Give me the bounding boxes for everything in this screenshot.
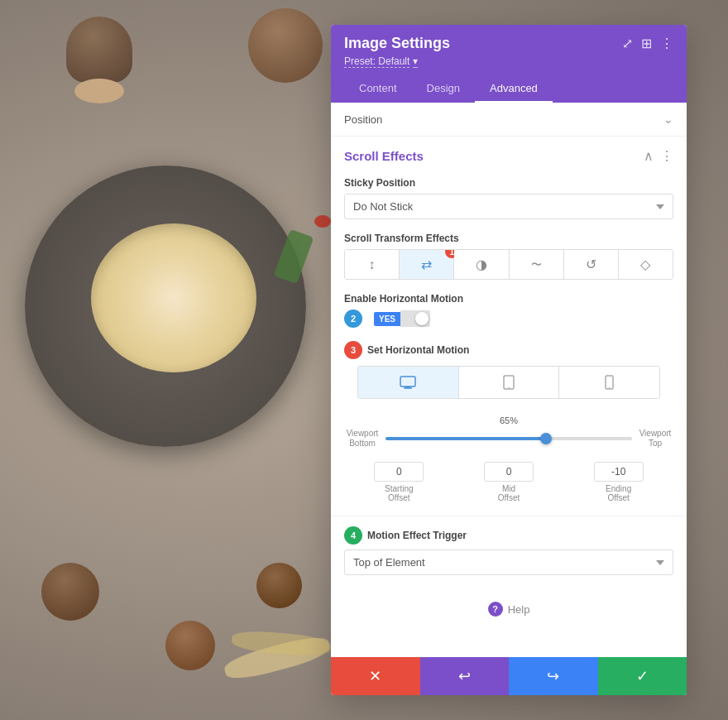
columns-icon[interactable]: ⊞ [641, 36, 652, 51]
step-2-badge: 2 [344, 310, 362, 328]
enable-horizontal-group: Enable Horizontal Motion 2 YES [331, 286, 687, 334]
cancel-button[interactable]: ✕ [331, 657, 420, 695]
set-horizontal-group: 3 Set Horizontal Motion [331, 334, 687, 412]
blur-icon: 〜 [531, 257, 542, 272]
motion-trigger-group: 4 Motion Effect Trigger Top of Element C… [331, 520, 687, 588]
ending-offset-input[interactable] [594, 462, 644, 482]
redo-icon: ↪ [547, 667, 559, 685]
rotate-icon: ↺ [586, 257, 596, 272]
offset-row: StartingOffset MidOffset EndingOffset [331, 458, 687, 512]
transform-icon-row: ↕ ⇄ 1 ◑ 〜 ↺ ◇ [344, 249, 673, 280]
slider-wrapper: ViewportBottom ViewportTop [344, 429, 673, 449]
vertical-motion-btn[interactable]: ↕ [345, 250, 400, 279]
preset-chevron[interactable]: ▾ [413, 55, 418, 68]
toggle-thumb [415, 312, 429, 325]
scroll-effects-header: Scroll Effects ∧ ⋮ [331, 137, 687, 170]
mid-offset-group: MidOffset [484, 462, 534, 502]
panel-tabs: Content Design Advanced [344, 75, 673, 103]
transform-effects-group: Scroll Transform Effects ↕ ⇄ 1 ◑ 〜 ↺ [331, 226, 687, 286]
scale-icon: ◇ [640, 257, 650, 272]
blur-btn[interactable]: 〜 [510, 250, 564, 279]
redo-button[interactable]: ↪ [509, 657, 598, 695]
position-chevron: ⌄ [663, 113, 673, 126]
rotate-btn[interactable]: ↺ [564, 250, 619, 279]
toggle-track[interactable] [400, 310, 430, 327]
panel-footer: ✕ ↩ ↪ ✓ [331, 657, 687, 695]
tab-advanced[interactable]: Advanced [475, 75, 553, 103]
horizontal-toggle[interactable]: YES [374, 310, 430, 327]
svg-rect-3 [504, 376, 514, 389]
tablet-tab[interactable] [459, 367, 560, 398]
desktop-tab[interactable] [358, 367, 459, 398]
save-button[interactable]: ✓ [598, 657, 687, 695]
motion-trigger-label: Motion Effect Trigger [367, 530, 467, 541]
device-tab-row [357, 366, 660, 399]
vertical-motion-icon: ↕ [369, 257, 376, 272]
slider-percent-label: 65% [344, 415, 673, 425]
preset-label[interactable]: Preset: Default [344, 55, 410, 68]
panel-body: Position ⌄ Scroll Effects ∧ ⋮ Sticky Pos… [331, 103, 687, 657]
trigger-label-row: 4 Motion Effect Trigger [344, 526, 673, 545]
collapse-icon[interactable]: ∧ [644, 148, 654, 164]
svg-rect-5 [606, 376, 613, 389]
position-label: Position [344, 113, 382, 126]
scroll-effects-title: Scroll Effects [344, 149, 424, 163]
undo-button[interactable]: ↩ [420, 657, 510, 695]
help-icon[interactable]: ? [488, 602, 503, 617]
tab-design[interactable]: Design [412, 75, 475, 103]
divider [331, 516, 687, 516]
panel-title: Image Settings [344, 35, 450, 52]
position-section[interactable]: Position ⌄ [331, 103, 687, 137]
save-icon: ✓ [636, 667, 649, 685]
ending-offset-label: EndingOffset [594, 484, 644, 502]
step-3-badge: 3 [344, 341, 362, 359]
enable-horizontal-label: Enable Horizontal Motion [344, 293, 673, 305]
slider-fill [386, 437, 546, 440]
viewport-top-label: ViewportTop [637, 429, 673, 449]
ending-offset-group: EndingOffset [594, 462, 644, 502]
preset-row: Preset: Default ▾ [344, 55, 673, 67]
slider-track[interactable] [386, 437, 632, 440]
step-4-badge: 4 [344, 526, 362, 545]
panel-header: Image Settings ⤢ ⊞ ⋮ Preset: Default ▾ C… [331, 25, 687, 103]
toggle-row: 2 YES [344, 310, 673, 328]
horizontal-motion-btn[interactable]: ⇄ 1 [400, 250, 454, 279]
sticky-position-select[interactable]: Do Not Stick Stick to Top Stick to Botto… [344, 194, 673, 219]
panel-header-icons: ⤢ ⊞ ⋮ [622, 36, 673, 51]
sticky-position-label: Sticky Position [344, 177, 673, 189]
slider-thumb[interactable] [540, 433, 552, 444]
toggle-yes-label: YES [374, 312, 400, 326]
more-icon[interactable]: ⋮ [660, 36, 673, 51]
svg-rect-0 [400, 377, 415, 386]
mid-offset-input[interactable] [484, 462, 534, 482]
fade-icon: ◑ [476, 257, 487, 272]
viewport-bottom-label: ViewportBottom [344, 429, 381, 449]
settings-panel: Image Settings ⤢ ⊞ ⋮ Preset: Default ▾ C… [331, 25, 687, 695]
mid-offset-label: MidOffset [484, 484, 534, 502]
starting-offset-label: StartingOffset [374, 484, 424, 502]
tab-content[interactable]: Content [344, 75, 412, 103]
slider-area: 65% ViewportBottom ViewportTop [331, 412, 687, 458]
sticky-position-group: Sticky Position Do Not Stick Stick to To… [331, 170, 687, 226]
svg-point-6 [609, 387, 610, 388]
transform-effects-label: Scroll Transform Effects [344, 233, 673, 244]
scroll-more-icon[interactable]: ⋮ [660, 148, 673, 164]
scale-btn[interactable]: ◇ [619, 250, 673, 279]
help-row: ? Help [331, 588, 687, 630]
mobile-tab[interactable] [559, 367, 659, 398]
help-label[interactable]: Help [508, 603, 530, 616]
horizontal-motion-icon: ⇄ [421, 257, 432, 272]
set-horizontal-label: Set Horizontal Motion [367, 344, 469, 356]
motion-trigger-select[interactable]: Top of Element Center of Element Bottom … [344, 550, 673, 575]
svg-point-4 [508, 387, 510, 389]
scroll-header-icons: ∧ ⋮ [644, 148, 673, 164]
starting-offset-group: StartingOffset [374, 462, 424, 502]
cancel-icon: ✕ [369, 667, 381, 685]
undo-icon: ↩ [458, 667, 471, 685]
expand-icon[interactable]: ⤢ [622, 36, 633, 51]
fade-btn[interactable]: ◑ [454, 250, 509, 279]
starting-offset-input[interactable] [374, 462, 424, 482]
